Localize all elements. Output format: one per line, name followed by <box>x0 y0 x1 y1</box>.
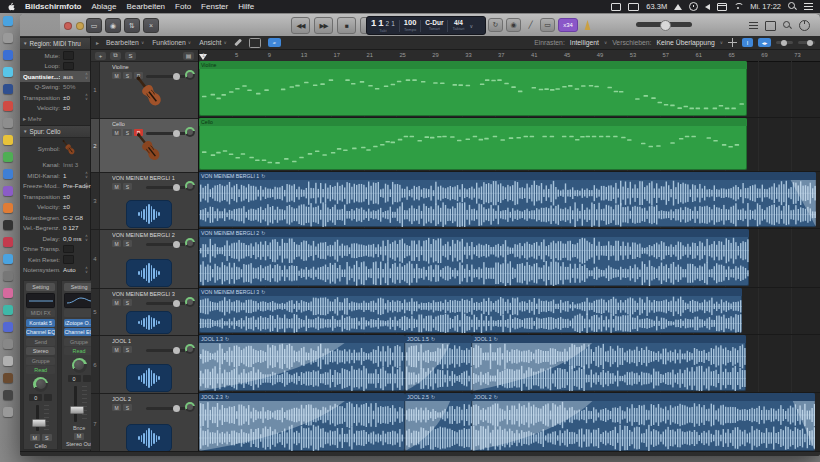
dock-icon[interactable] <box>3 203 13 213</box>
snap-value-dropdown[interactable]: Intelligent <box>570 39 599 46</box>
tuner-icon[interactable]: ◉ <box>506 18 521 32</box>
status-text[interactable]: 63.3M <box>646 2 667 11</box>
lane-3[interactable]: VON MEINEM BERGLI 1↻ <box>199 172 820 229</box>
param-value[interactable]: 0 127 <box>63 224 78 231</box>
region-violine[interactable]: Violine <box>199 61 747 116</box>
catch-playhead-icon[interactable]: ▸ <box>96 39 99 46</box>
dock-icon[interactable] <box>3 254 13 264</box>
solo-button[interactable]: S <box>42 434 52 441</box>
dock-icon[interactable] <box>3 356 13 366</box>
track-pan-knob[interactable] <box>185 402 195 412</box>
dock-icon[interactable] <box>3 135 13 145</box>
mixer-toggle-icon[interactable]: ⇅ <box>124 18 140 33</box>
lane-6[interactable]: JOOL 1.3↻JOOL 1.5↻JOOL 1↻ <box>199 335 820 393</box>
stop-button[interactable]: ■ <box>337 17 356 34</box>
stepper-icon[interactable]: ∧∨ <box>85 171 88 179</box>
param-value[interactable]: 50% <box>63 83 75 90</box>
track-row-delay-[interactable]: Delay:0,0 ms∧∨ <box>20 233 90 244</box>
param-value[interactable]: Inst 3 <box>63 161 78 168</box>
solo-button[interactable]: S <box>123 183 132 190</box>
mute-button[interactable]: M <box>112 240 121 247</box>
apple-menu-icon[interactable] <box>7 1 16 13</box>
strip-slot-izotope-o-[interactable]: iZotope O... <box>64 319 93 327</box>
lane-7[interactable]: JOOL 2.3↻JOOL 2.5↻JOOL 2↻ <box>199 393 820 452</box>
close-window-button[interactable] <box>64 22 72 30</box>
lcd-display[interactable]: 1 1 2 1 Takt 100 Tempo C-Dur Tonart <box>366 16 486 35</box>
dock-icon[interactable] <box>3 152 13 162</box>
gain-value[interactable]: 0 <box>68 375 81 382</box>
param-value[interactable]: ±0 <box>63 203 70 210</box>
param-value[interactable]: ±0 <box>63 193 70 200</box>
track-header-jool-1[interactable]: 6JOOL 1MS <box>91 336 198 394</box>
region-jool-1-3[interactable]: JOOL 1.3↻ <box>199 335 405 391</box>
fader-handle[interactable] <box>32 419 46 427</box>
volume-slider-handle[interactable] <box>660 20 671 31</box>
region-row-transposition-[interactable]: Transposition:±0∧∨ <box>20 92 90 103</box>
dock-icon[interactable] <box>3 186 13 196</box>
track-header-body[interactable]: JOOL 2MS <box>100 394 198 453</box>
slider-handle[interactable] <box>173 405 180 412</box>
move-tool-icon[interactable] <box>728 38 737 47</box>
mute-button[interactable]: M <box>112 346 121 353</box>
pan-knob[interactable] <box>72 358 87 373</box>
track-volume-slider[interactable] <box>146 349 186 352</box>
track-symbol-icon[interactable] <box>63 138 75 159</box>
menu-bildschirmfoto[interactable]: Bildschirmfoto <box>25 2 81 11</box>
track-row-symbol-[interactable]: Symbol: <box>20 138 90 160</box>
track-row-vel-begrenz-[interactable]: Vel.-Begrenz.:0 127 <box>20 223 90 234</box>
mute-button[interactable]: M <box>74 433 84 440</box>
region-jool-2[interactable]: JOOL 2↻ <box>472 393 815 451</box>
fader-handle[interactable] <box>70 406 84 414</box>
strip-slot-dim[interactable] <box>64 309 93 317</box>
tools-toggle-icon[interactable]: × <box>143 18 159 33</box>
dock-icon[interactable] <box>3 237 13 247</box>
track-header-body[interactable]: CelloMSR <box>100 119 198 172</box>
track-volume-slider[interactable] <box>146 407 186 410</box>
inspector-toggle-icon[interactable]: ◉ <box>105 18 121 33</box>
strip-slot-kontakt-5[interactable]: Kontakt 5 <box>26 319 55 327</box>
track-sort-icon[interactable]: ▤ <box>183 52 194 60</box>
global-solo-button[interactable]: S <box>125 52 136 60</box>
pan-knob[interactable] <box>33 377 48 392</box>
strip-slot-stereo[interactable]: Stereo <box>26 347 55 355</box>
metronome-icon[interactable] <box>581 19 594 31</box>
track-header-body[interactable]: VON MEINEM BERGLI 3MS <box>100 289 198 335</box>
library-toggle-icon[interactable]: ▭ <box>86 18 102 33</box>
strip-slot-gruppe[interactable]: Gruppe <box>64 338 93 346</box>
marquee-tool-icon[interactable]: ◂▸ <box>758 38 771 47</box>
dock-icon[interactable] <box>3 169 13 179</box>
menu-ablage[interactable]: Ablage <box>91 2 116 11</box>
search-icon[interactable] <box>783 21 792 30</box>
region-jool-2-3[interactable]: JOOL 2.3↻ <box>199 393 405 451</box>
slider-handle[interactable] <box>173 347 180 354</box>
region-row-mute-[interactable]: Mute: <box>20 50 90 61</box>
region-inspector-header[interactable]: ▼ Region: MIDI Thru <box>20 37 90 50</box>
checkbox[interactable] <box>63 51 74 60</box>
track-header-von-meinem-bergli-2[interactable]: 4VON MEINEM BERGLI 2MS <box>91 230 198 289</box>
horizontal-zoom-slider[interactable] <box>776 41 793 44</box>
solo-button[interactable]: S <box>123 299 132 306</box>
display-icon[interactable] <box>628 3 639 11</box>
region-von-meinem-bergli-1[interactable]: VON MEINEM BERGLI 1↻ <box>199 172 816 227</box>
track-header-body[interactable]: VON MEINEM BERGLI 1MS <box>100 173 198 229</box>
checkbox[interactable] <box>63 245 74 254</box>
track-header-von-meinem-bergli-3[interactable]: 5VON MEINEM BERGLI 3MS <box>91 289 198 336</box>
count-in-icon[interactable]: ▭ <box>540 18 555 32</box>
smart-controls-icon[interactable] <box>799 20 810 31</box>
status-text[interactable]: Mi. 17:22 <box>750 2 781 11</box>
solo-button[interactable]: S <box>123 240 132 247</box>
slider-handle[interactable] <box>173 241 180 248</box>
media-browser-icon[interactable] <box>765 21 776 31</box>
dock-icon[interactable] <box>3 50 13 60</box>
mute-button[interactable]: M <box>112 404 121 411</box>
airplay-icon[interactable] <box>674 4 682 10</box>
lcd-dropdown-icon[interactable]: ∨ <box>469 23 473 29</box>
stepper-icon[interactable]: ∧∨ <box>85 234 88 242</box>
menu-foto[interactable]: Foto <box>175 2 191 11</box>
track-row-notensystem-[interactable]: Notensystem...:Auto∧∨ <box>20 265 90 276</box>
lane-4[interactable]: VON MEINEM BERGLI 2↻ <box>199 229 820 288</box>
clock-icon[interactable] <box>689 2 698 11</box>
lane-2[interactable]: Cello <box>199 118 820 172</box>
gain-value[interactable]: 0 <box>29 394 42 401</box>
vertical-zoom-slider[interactable] <box>798 41 815 44</box>
